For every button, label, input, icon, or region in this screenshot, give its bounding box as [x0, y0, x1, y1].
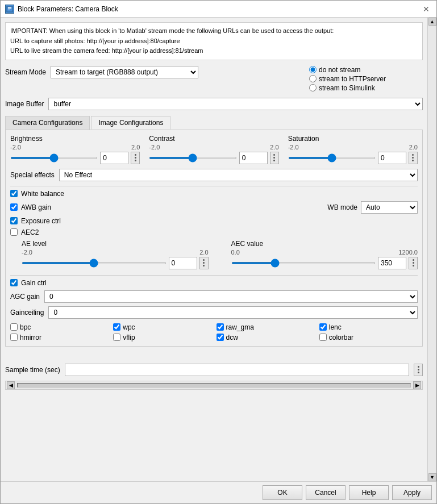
main-window: Block Parameters: Camera Block ✕ IMPORTA… — [0, 0, 437, 504]
bottom-buttons: OK Cancel Help Apply — [1, 481, 436, 503]
bpc-checkbox-item[interactable]: bpc — [10, 323, 109, 331]
awb-gain-checkbox[interactable] — [10, 203, 18, 211]
svg-rect-0 — [7, 6, 13, 12]
tab-camera-config[interactable]: Camera Configurations — [5, 116, 90, 130]
sample-time-row: Sample time (sec) -1 — [5, 364, 423, 376]
radio-stream-simulink[interactable]: stream to Simulink — [309, 84, 423, 92]
wpc-checkbox-item[interactable]: wpc — [113, 323, 211, 331]
gain-ctrl-checkbox[interactable] — [10, 279, 18, 286]
aec-value-label: AEC value — [231, 240, 418, 248]
stream-radio-group: do not stream stream to HTTPserver strea… — [309, 66, 423, 92]
lenc-label: lenc — [329, 323, 342, 331]
white-balance-row: White balance — [10, 190, 418, 198]
scroll-left-btn[interactable]: ◀ — [7, 381, 15, 389]
agc-gain-row: AGC gain 0 — [10, 290, 418, 303]
sample-time-menu-btn[interactable] — [414, 364, 423, 376]
scroll-right-btn[interactable]: ▶ — [413, 381, 421, 389]
dcw-checkbox[interactable] — [217, 334, 224, 341]
saturation-menu-btn[interactable] — [409, 152, 418, 164]
brightness-slider[interactable] — [10, 157, 98, 159]
sample-time-label: Sample time (sec) — [5, 366, 60, 374]
exposure-ctrl-checkbox[interactable] — [10, 217, 18, 224]
agc-gain-label: AGC gain — [10, 293, 40, 301]
contrast-input[interactable]: 0 — [239, 152, 268, 164]
image-buffer-row: Image Buffer buffer — [5, 98, 423, 110]
help-button[interactable]: Help — [349, 485, 389, 500]
aec-value-slider[interactable] — [231, 262, 376, 264]
tab-image-config[interactable]: Image Configurations — [91, 116, 170, 130]
brightness-max: 2.0 — [131, 144, 140, 151]
ae-level-group: AE level -2.0 2.0 0 — [22, 240, 209, 269]
contrast-min: -2.0 — [149, 144, 160, 151]
colorbar-checkbox[interactable] — [319, 334, 327, 341]
info-line2: URL to capture still photos: http://[you… — [10, 36, 418, 47]
cancel-button[interactable]: Cancel — [306, 485, 346, 500]
colorbar-label: colorbar — [329, 334, 353, 341]
lenc-checkbox-item[interactable]: lenc — [319, 323, 418, 331]
agc-gain-select[interactable]: 0 — [44, 290, 418, 303]
radio-stream-http[interactable]: stream to HTTPserver — [309, 75, 423, 83]
colorbar-checkbox-item[interactable]: colorbar — [319, 334, 418, 341]
white-balance-checkbox[interactable] — [10, 190, 18, 197]
sample-time-input[interactable]: -1 — [65, 364, 409, 376]
contrast-menu-btn[interactable] — [270, 152, 279, 164]
wpc-checkbox[interactable] — [113, 323, 120, 331]
info-line3: URL to live stream the camera feed: http… — [10, 46, 418, 56]
dcw-checkbox-item[interactable]: dcw — [217, 334, 315, 341]
horizontal-scrollbar[interactable]: ◀ ▶ — [5, 381, 423, 390]
ae-level-menu-btn[interactable] — [199, 257, 209, 269]
brightness-min: -2.0 — [10, 144, 21, 151]
radio-do-not-stream[interactable]: do not stream — [309, 66, 423, 74]
contrast-label: Contrast — [149, 135, 278, 143]
ae-level-slider[interactable] — [22, 262, 167, 264]
ok-button[interactable]: OK — [263, 485, 302, 500]
exposure-ctrl-row: Exposure ctrl — [10, 217, 418, 225]
brightness-label: Brightness — [10, 135, 140, 143]
vflip-checkbox-item[interactable]: vflip — [113, 334, 211, 341]
scroll-up-btn[interactable]: ▲ — [428, 18, 436, 26]
special-effects-row: Special effects No Effect — [10, 169, 418, 181]
raw-gma-checkbox-item[interactable]: raw_gma — [217, 323, 315, 331]
svg-rect-2 — [8, 10, 10, 10]
gainceiling-row: Gainceiling 0 — [10, 306, 418, 319]
brightness-input[interactable]: 0 — [100, 152, 128, 164]
ae-level-input[interactable]: 0 — [169, 257, 197, 269]
gain-ctrl-row: Gain ctrl — [10, 279, 418, 287]
brightness-menu-btn[interactable] — [131, 152, 140, 164]
image-buffer-select[interactable]: buffer — [48, 98, 423, 110]
ae-level-label: AE level — [22, 240, 209, 248]
dcw-label: dcw — [226, 334, 238, 341]
stream-mode-label: Stream Mode — [5, 68, 46, 76]
close-button[interactable]: ✕ — [421, 3, 432, 15]
saturation-input[interactable]: 0 — [378, 152, 406, 164]
scroll-track[interactable] — [17, 383, 411, 388]
contrast-slider[interactable] — [149, 157, 236, 159]
wb-mode-select[interactable]: Auto — [361, 201, 418, 214]
wb-mode-label: WB mode — [327, 203, 357, 211]
vflip-label: vflip — [123, 334, 135, 341]
saturation-group: Saturation -2.0 2.0 0 — [288, 135, 418, 164]
saturation-slider[interactable] — [288, 157, 376, 159]
saturation-label: Saturation — [288, 135, 418, 143]
info-box: IMPORTANT: When using this block in 'to … — [5, 22, 423, 60]
raw-gma-checkbox[interactable] — [217, 323, 224, 331]
aec2-checkbox[interactable] — [10, 228, 18, 236]
hmirror-checkbox[interactable] — [10, 334, 18, 341]
bpc-label: bpc — [20, 323, 31, 331]
vflip-checkbox[interactable] — [113, 334, 120, 341]
aec-value-input[interactable]: 350 — [378, 257, 406, 269]
apply-button[interactable]: Apply — [392, 485, 432, 500]
lenc-checkbox[interactable] — [319, 323, 327, 331]
gainceiling-select[interactable]: 0 — [48, 306, 418, 319]
bpc-checkbox[interactable] — [10, 323, 18, 331]
awb-gain-row: AWB gain WB mode Auto — [10, 201, 418, 214]
special-effects-select[interactable]: No Effect — [59, 169, 418, 181]
aec-value-menu-btn[interactable] — [409, 257, 418, 269]
scroll-down-btn[interactable]: ▼ — [428, 473, 436, 481]
stream-mode-select[interactable]: Stream to target (RGB888 output) — [51, 66, 198, 78]
checkboxes-grid: bpc wpc raw_gma lenc — [10, 323, 418, 341]
awb-gain-label: AWB gain — [21, 203, 51, 211]
brightness-group: Brightness -2.0 2.0 0 — [10, 135, 140, 164]
aec-value-group: AEC value 0.0 1200.0 350 — [231, 240, 418, 269]
hmirror-checkbox-item[interactable]: hmirror — [10, 334, 109, 341]
